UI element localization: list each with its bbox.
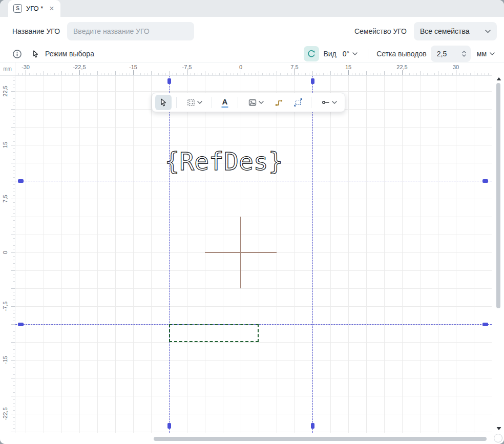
- scroll-down-icon[interactable]: [496, 427, 501, 430]
- v-ruler: 22,5157,50-7,5-15-22,5: [0, 76, 15, 433]
- ruler-h-tick: [241, 70, 241, 75]
- text-tool-icon: A: [222, 98, 228, 108]
- ruler-h-tick: [348, 70, 349, 75]
- close-tab-icon[interactable]: ×: [49, 5, 54, 13]
- guide-horizontal[interactable]: [15, 181, 492, 181]
- toolbar-separator: [176, 97, 177, 108]
- ruler-h-label: -30: [22, 64, 30, 70]
- canvas[interactable]: {RefDes}: [15, 76, 492, 433]
- workspace: mm -30-22,5-15-7,507,51522,530 22,5157,5…: [0, 62, 504, 444]
- text-tool-button[interactable]: A: [217, 95, 233, 110]
- ruler-v-label: -22,5: [2, 407, 8, 420]
- vertical-scroll-thumb[interactable]: [496, 83, 500, 308]
- selection-rect[interactable]: [169, 324, 259, 342]
- ruler-v-label: 15: [2, 142, 8, 148]
- chevron-down-icon: [352, 52, 358, 55]
- guide-handle[interactable]: [311, 423, 314, 429]
- symbol-name-input[interactable]: [67, 22, 194, 40]
- symbol-header-row: Название УГО Семейство УГО Все семейства: [0, 17, 504, 46]
- mode-label: Режим выбора: [45, 50, 94, 58]
- rotate-view-button[interactable]: [304, 46, 319, 61]
- unit-select[interactable]: мм: [475, 50, 497, 58]
- guide-handle[interactable]: [18, 323, 24, 326]
- transform-icon: [293, 98, 303, 107]
- pin-grid-label: Сетка выводов: [376, 50, 427, 58]
- ruler-v-label: -7,5: [2, 302, 8, 311]
- guide-vertical[interactable]: [169, 76, 170, 433]
- guide-handle[interactable]: [482, 179, 488, 183]
- ruler-h-tick: [26, 70, 26, 75]
- transform-tool-button[interactable]: [290, 95, 306, 110]
- pin-tool-button[interactable]: [271, 95, 287, 110]
- ruler-h-tick: [402, 70, 403, 75]
- tab-ugo[interactable]: S УГО * ×: [8, 0, 60, 17]
- ruler-h-label: -7,5: [182, 64, 192, 70]
- info-icon[interactable]: [12, 49, 22, 59]
- ruler-unit-label: mm: [0, 62, 15, 76]
- component-pin-icon: [275, 98, 284, 107]
- origin-cross: [240, 217, 241, 288]
- editor-toolbar-row: Режим выбора Вид 0° Сетка выводов 2,5 мм: [0, 46, 504, 62]
- rotate-icon: [307, 49, 316, 58]
- toolbar-divider: [368, 49, 368, 59]
- family-select-value: Все семейства: [420, 27, 470, 35]
- scroll-up-icon[interactable]: [496, 77, 501, 80]
- guide-handle[interactable]: [482, 323, 488, 326]
- pin-grid-stepper[interactable]: 2,5: [431, 46, 471, 62]
- guide-handle[interactable]: [311, 78, 314, 84]
- guide-handle[interactable]: [167, 423, 171, 429]
- horizontal-scrollbar[interactable]: [15, 436, 491, 442]
- toolbar-separator: [311, 97, 311, 108]
- chevron-down-icon: [259, 101, 264, 104]
- view-label: Вид: [323, 50, 336, 58]
- ruler-h-label: 0: [239, 64, 242, 70]
- ruler-h-label: -15: [129, 64, 137, 70]
- ruler-h-tick: [79, 70, 80, 75]
- guide-handle[interactable]: [18, 179, 24, 183]
- ruler-h-label: 15: [345, 64, 351, 70]
- family-label: Семейство УГО: [354, 27, 407, 35]
- symbol-editor-window: S УГО * × Название УГО Семейство УГО Все…: [0, 0, 504, 444]
- corner-circle-button[interactable]: [494, 434, 502, 442]
- ruler-h-tick: [187, 70, 187, 75]
- pin-grid-tool-button[interactable]: [181, 95, 207, 110]
- cursor-icon: [159, 98, 168, 107]
- horizontal-scroll-thumb[interactable]: [154, 437, 487, 441]
- guide-vertical[interactable]: [312, 76, 313, 433]
- net-pin-tool-button[interactable]: [316, 95, 342, 110]
- ruler-v-label: 22,5: [2, 86, 8, 96]
- net-pin-icon: [321, 98, 330, 107]
- ruler-h-label: 22,5: [396, 64, 407, 70]
- ruler-h-label: 7,5: [290, 64, 298, 70]
- select-tool-button[interactable]: [155, 95, 172, 110]
- view-angle-value: 0°: [343, 50, 349, 58]
- ruler-v-label: -15: [2, 356, 8, 364]
- toolbar-separator: [238, 97, 238, 108]
- h-ruler: -30-22,5-15-7,507,51522,530: [15, 62, 492, 76]
- ruler-h-label: -22,5: [73, 64, 86, 70]
- image-icon: [248, 98, 257, 107]
- image-tool-button[interactable]: [243, 95, 268, 110]
- ruler-h-tick: [295, 70, 295, 75]
- refdes-label: {RefDes}: [164, 147, 283, 176]
- family-select[interactable]: Все семейства: [414, 22, 497, 40]
- symbol-doc-icon: S: [13, 4, 22, 13]
- tab-bar: S УГО * ×: [0, 0, 504, 17]
- chevron-down-icon: [490, 52, 495, 55]
- view-angle-select[interactable]: 0°: [341, 50, 360, 58]
- canvas-toolbar: A: [152, 93, 345, 112]
- chevron-down-icon: [197, 101, 202, 104]
- ruler-v-label: 0: [2, 251, 8, 254]
- chevron-down-icon: [332, 101, 337, 104]
- stepper-arrows-icon[interactable]: [462, 51, 466, 57]
- toolbar-separator: [212, 97, 212, 108]
- vertical-scrollbar[interactable]: [495, 76, 502, 432]
- ruler-h-tick: [133, 70, 134, 75]
- tab-title: УГО *: [26, 5, 43, 12]
- unit-value: мм: [477, 50, 487, 58]
- ruler-v-label: 7,5: [2, 195, 8, 202]
- guide-handle[interactable]: [167, 78, 171, 84]
- refdes-text[interactable]: {RefDes}: [157, 143, 290, 181]
- pin-grid-value: 2,5: [437, 50, 447, 58]
- pin-grid-icon: [186, 98, 196, 107]
